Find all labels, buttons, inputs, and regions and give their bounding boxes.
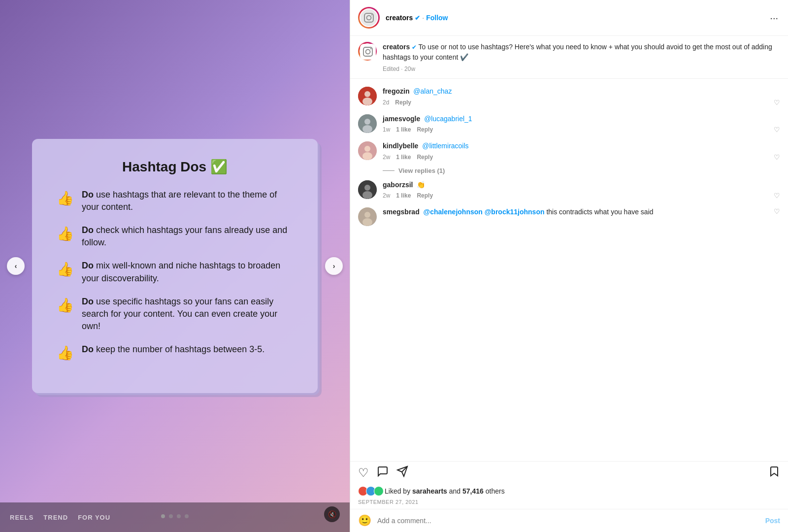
gaborzsil-reply-button[interactable]: Reply bbox=[417, 192, 433, 199]
jamesvogle-actions: 1w 1 like Reply ♡ bbox=[383, 126, 780, 133]
bottom-bar: REELS TREND for You bbox=[0, 502, 350, 532]
caption-content: creators ✔ To use or not to use hashtags… bbox=[383, 42, 780, 72]
kindlybelle-like-button[interactable]: ♡ bbox=[774, 153, 780, 161]
jamesvogle-likes: 1 like bbox=[396, 126, 411, 133]
fregozin-meta: fregozin @alan_chaz bbox=[383, 87, 780, 97]
view-replies-text: View replies (1) bbox=[398, 167, 445, 174]
liked-by-text: Liked by bbox=[385, 487, 412, 495]
card-item-text: Do keep the number of hashtags between 3… bbox=[82, 343, 264, 356]
card-list-item: 👍 Do use specific hashtags so your fans … bbox=[57, 296, 293, 333]
svg-rect-4 bbox=[360, 44, 376, 60]
kindlybelle-avatar bbox=[358, 141, 377, 160]
comment-input[interactable] bbox=[377, 517, 759, 525]
gaborzsil-like-button[interactable]: ♡ bbox=[774, 192, 780, 200]
bookmark-button[interactable] bbox=[768, 466, 780, 480]
fregozin-username: fregozin bbox=[383, 87, 409, 95]
instagram-logo-icon bbox=[361, 8, 377, 27]
caption-username: creators bbox=[383, 43, 410, 51]
gaborzsil-emoji: 👏 bbox=[417, 181, 425, 189]
card-item-text: Do use hashtags that are relevant to the… bbox=[82, 189, 293, 213]
fregozin-actions: 2d Reply ♡ bbox=[383, 99, 780, 106]
post-comment-button[interactable]: Post bbox=[765, 517, 780, 525]
header-info: creators ✔ · Follow bbox=[386, 14, 768, 22]
post-image-panel: Hashtag Dos ✅ 👍 Do use hashtags that are… bbox=[0, 0, 350, 532]
card-emoji: 👍 bbox=[57, 260, 74, 279]
fregozin-mention: @alan_chaz bbox=[413, 87, 452, 95]
kindlybelle-username: kindlybelle bbox=[383, 142, 418, 150]
tab-foryou[interactable]: for You bbox=[78, 514, 110, 521]
actions-bar: ♡ bbox=[350, 461, 788, 484]
gaborzsil-avatar-icon bbox=[358, 180, 377, 199]
caption-verified: ✔ bbox=[412, 44, 418, 51]
jamesvogle-reply-button[interactable]: Reply bbox=[417, 126, 433, 133]
tab-reels[interactable]: REELS bbox=[10, 514, 33, 521]
card-emoji: 👍 bbox=[57, 343, 74, 363]
tab-trend[interactable]: TREND bbox=[43, 514, 68, 521]
kindlybelle-actions: 2w 1 like Reply ♡ bbox=[383, 153, 780, 161]
caption-avatar bbox=[358, 42, 377, 61]
verified-badge: ✔ bbox=[415, 14, 420, 22]
card-item-text: Do use specific hashtags so your fans ca… bbox=[82, 296, 293, 333]
more-icon: ··· bbox=[770, 12, 778, 23]
fregozin-body: fregozin @alan_chaz 2d Reply ♡ bbox=[383, 87, 780, 106]
card-emoji: 👍 bbox=[57, 296, 74, 315]
comment-button[interactable] bbox=[377, 466, 389, 480]
smegsbrad-text: this contradicts what you have said bbox=[546, 208, 653, 216]
next-arrow[interactable]: › bbox=[325, 257, 343, 275]
bookmark-icon bbox=[768, 466, 780, 477]
gaborzsil-avatar bbox=[358, 180, 377, 199]
card-item-text: Do check which hashtags your fans alread… bbox=[82, 224, 293, 249]
comment-item: fregozin @alan_chaz 2d Reply ♡ bbox=[350, 83, 788, 110]
liked-by-user: sarahearts bbox=[412, 487, 447, 495]
others-text: others bbox=[484, 487, 505, 495]
liked-avatars bbox=[358, 486, 382, 496]
main-content: Hashtag Dos ✅ 👍 Do use hashtags that are… bbox=[0, 0, 788, 532]
fregozin-avatar bbox=[358, 87, 377, 105]
add-comment-section: 🙂 Post bbox=[350, 509, 788, 532]
jamesvogle-avatar-icon bbox=[358, 114, 377, 133]
fregozin-like-button[interactable]: ♡ bbox=[774, 99, 780, 106]
fregozin-time: 2d bbox=[383, 99, 389, 106]
prev-arrow[interactable]: ‹ bbox=[7, 257, 25, 275]
kindlybelle-meta: kindlybelle @littlemiracoils bbox=[383, 141, 780, 151]
jamesvogle-time: 1w bbox=[383, 126, 390, 133]
smegsbrad-meta: smegsbrad @chalenejohnson @brock11johnso… bbox=[383, 207, 774, 217]
likes-section: Liked by sarahearts and 57,416 others bbox=[350, 484, 788, 498]
svg-point-18 bbox=[364, 185, 370, 191]
svg-point-7 bbox=[370, 48, 371, 49]
card-items: 👍 Do use hashtags that are relevant to t… bbox=[57, 189, 293, 363]
card-emoji: 👍 bbox=[57, 224, 74, 243]
comment-item: gaborzsil 👏 2w 1 like Reply ♡ bbox=[350, 176, 788, 204]
comments-list: fregozin @alan_chaz 2d Reply ♡ bbox=[350, 79, 788, 461]
comment-item: smegsbrad @chalenejohnson @brock11johnso… bbox=[350, 203, 788, 230]
jamesvogle-like-button[interactable]: ♡ bbox=[774, 126, 780, 133]
share-button[interactable] bbox=[396, 466, 408, 480]
emoji-picker-button[interactable]: 🙂 bbox=[358, 514, 371, 527]
gaborzsil-actions: 2w 1 like Reply ♡ bbox=[383, 192, 780, 200]
follow-button[interactable]: Follow bbox=[426, 14, 448, 22]
more-button[interactable]: ··· bbox=[768, 12, 780, 24]
jamesvogle-body: jamesvogle @lucagabriel_1 1w 1 like Repl… bbox=[383, 114, 780, 134]
view-replies[interactable]: View replies (1) bbox=[350, 165, 788, 176]
card-list-item: 👍 Do keep the number of hashtags between… bbox=[57, 343, 293, 363]
comment-icon bbox=[377, 466, 389, 477]
kindlybelle-likes: 1 like bbox=[396, 154, 411, 161]
smegsbrad-mention2: @brock11johnson bbox=[485, 208, 545, 216]
header-username: creators ✔ · Follow bbox=[386, 14, 768, 22]
likes-count: 57,416 bbox=[462, 487, 484, 495]
caption-text: creators ✔ To use or not to use hashtags… bbox=[383, 42, 780, 63]
header-avatar bbox=[360, 8, 378, 27]
svg-rect-0 bbox=[361, 9, 377, 26]
svg-point-9 bbox=[364, 91, 370, 97]
fregozin-reply-button[interactable]: Reply bbox=[395, 99, 411, 106]
separator: · bbox=[422, 14, 424, 22]
kindlybelle-reply-button[interactable]: Reply bbox=[417, 154, 433, 161]
gaborzsil-body: gaborzsil 👏 2w 1 like Reply ♡ bbox=[383, 180, 780, 200]
like-button[interactable]: ♡ bbox=[358, 466, 369, 480]
card-list-item: 👍 Do check which hashtags your fans alre… bbox=[57, 224, 293, 249]
smegsbrad-avatar-icon bbox=[358, 207, 377, 226]
smegsbrad-like-button[interactable]: ♡ bbox=[774, 207, 780, 215]
caption-instagram-icon bbox=[360, 44, 376, 60]
jamesvogle-avatar bbox=[358, 114, 377, 133]
kindlybelle-avatar-icon bbox=[358, 141, 377, 160]
